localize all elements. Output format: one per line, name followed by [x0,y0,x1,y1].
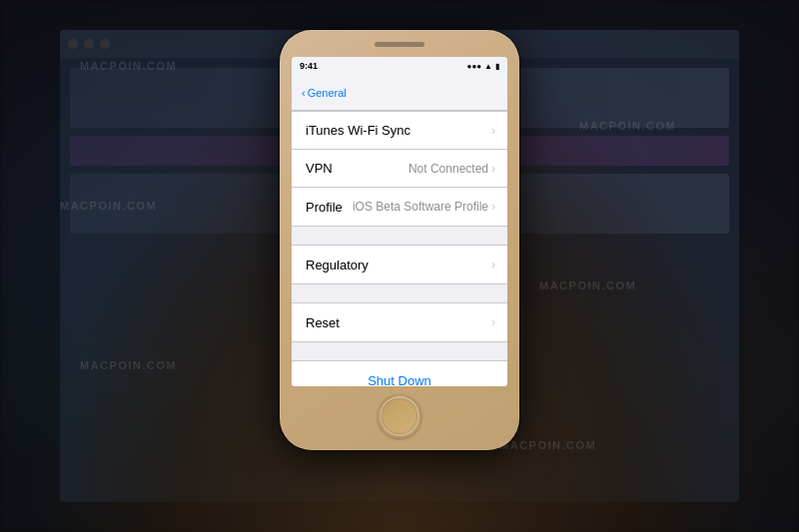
back-label: General [308,87,347,99]
reset-row[interactable]: Reset › [292,303,507,341]
regulatory-row[interactable]: Regulatory › [292,246,507,283]
shut-down-row[interactable]: Shut Down [292,361,507,386]
reset-value: › [491,315,495,329]
iphone-screen: 9:41 ●●● ▲ ▮ ‹ General [292,57,507,386]
home-button-inner [382,398,417,434]
shut-down-section: Shut Down [292,360,507,386]
profile-row[interactable]: Profile iOS Beta Software Profile › [292,188,507,226]
wifi-icon: ▲ [484,62,492,71]
battery-icon: ▮ [495,62,499,71]
reset-label: Reset [306,315,340,330]
nav-back-button[interactable]: ‹ General [302,87,347,99]
settings-list: iTunes Wi-Fi Sync › VPN Not Connected › [292,111,507,386]
reset-chevron-icon: › [491,315,495,329]
status-icons: ●●● ▲ ▮ [467,62,499,71]
settings-section-reset: Reset › [292,302,507,342]
vpn-status-text: Not Connected [408,162,488,176]
vpn-value: Not Connected › [408,162,495,176]
status-bar: 9:41 ●●● ▲ ▮ [292,57,507,75]
profile-label: Profile [306,200,343,215]
shut-down-label: Shut Down [368,373,431,387]
status-time: 9:41 [300,61,318,71]
signal-icon: ●●● [467,62,482,71]
itunes-wifi-sync-row[interactable]: iTunes Wi-Fi Sync › [292,112,507,150]
vpn-chevron-icon: › [491,162,495,176]
regulatory-value: › [491,258,495,271]
home-button[interactable] [378,394,421,438]
regulatory-chevron-icon: › [491,258,495,271]
vpn-row[interactable]: VPN Not Connected › [292,150,507,188]
nav-bar: ‹ General [292,75,507,111]
itunes-wifi-sync-value: › [491,124,495,138]
regulatory-label: Regulatory [306,258,369,272]
profile-value-text: iOS Beta Software Profile [353,200,488,214]
back-chevron-icon: ‹ [302,87,306,99]
itunes-chevron-icon: › [491,124,495,138]
settings-section-1: iTunes Wi-Fi Sync › VPN Not Connected › [292,111,507,227]
settings-section-regulatory: Regulatory › [292,245,507,284]
itunes-wifi-sync-label: iTunes Wi-Fi Sync [306,123,410,138]
iphone-speaker [375,42,424,47]
profile-chevron-icon: › [491,200,495,214]
iphone-body: 9:41 ●●● ▲ ▮ ‹ General [280,30,519,450]
profile-value: iOS Beta Software Profile › [353,200,495,214]
vpn-label: VPN [306,161,333,176]
iphone-device: 9:41 ●●● ▲ ▮ ‹ General [280,30,519,450]
